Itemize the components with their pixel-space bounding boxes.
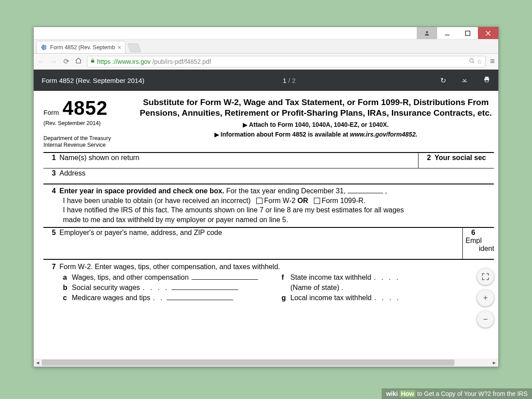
svg-rect-9 [485,77,489,78]
forward-button[interactable]: → [50,58,58,66]
rotate-icon[interactable]: ↻ [440,76,446,85]
svg-rect-5 [91,60,94,63]
reload-button[interactable]: ⟳ [62,57,70,66]
window-titlebar [34,27,498,39]
form-row-1-2: 1Name(s) shown on return 2Your social se… [43,153,494,168]
line-7b[interactable] [172,283,238,289]
form-row-7: 7Form W-2. Enter wages, tips, other comp… [43,260,494,305]
scroll-thumb[interactable] [42,360,454,366]
field-ein: 6Emplident [463,228,494,259]
scroll-left-arrow[interactable]: ◄ [34,360,42,365]
form-header-left: Form 4852 (Rev. September 2014) Departme… [43,97,130,149]
address-bar[interactable]: https://www.irs.gov/pub/irs-pdf/f4852.pd… [87,56,485,67]
download-icon[interactable] [461,76,468,85]
back-button[interactable]: ← [37,58,45,66]
field-employer: 5Employer's or payer's name, address, an… [43,228,463,259]
year-blank[interactable] [348,187,383,193]
tab-close-icon[interactable]: × [117,44,121,51]
close-button[interactable] [478,27,498,39]
svg-point-6 [470,59,473,62]
row7-right-col: fState income tax withheld. . . . (Name … [273,272,491,303]
form-title: Substitute for Form W-2, Wage and Tax St… [138,97,494,118]
form-subtitle-2: ▶ Information about Form 4852 is availab… [138,131,494,138]
form-revision: (Rev. September 2014) [43,120,130,126]
svg-rect-2 [466,31,470,35]
hamburger-menu-icon[interactable]: ≡ [490,57,495,66]
tab-title: Form 4852 (Rev. Septemb [50,44,115,51]
form-row-3: 3Address [43,168,494,184]
checkbox-1099r[interactable] [314,198,320,204]
checkbox-w2[interactable] [256,198,262,204]
browser-window: Form 4852 (Rev. Septemb × ← → ⟳ https://… [33,27,499,367]
irs-favicon [40,44,47,51]
fit-to-page-button[interactable] [477,268,494,285]
zoom-out-button[interactable]: − [477,311,494,328]
pdf-viewport[interactable]: Form 4852 (Rev. September 2014) Departme… [34,91,498,359]
lock-icon [90,58,95,65]
form-number: 4852 [63,97,108,119]
pdf-document-title: Form 4852 (Rev. September 2014) [42,77,145,84]
wikihow-watermark: wikiHow to Get a Copy of Your W?2 from t… [382,388,532,399]
bookmark-icon[interactable]: ☆ [477,58,482,65]
pdf-viewer-toolbar: Form 4852 (Rev. September 2014) 1 / 2 ↻ [34,70,498,91]
tab-strip: Form 4852 (Rev. Septemb × [34,39,498,54]
field-name-on-return: 1Name(s) shown on return [43,153,419,168]
form-header-right: Substitute for Form W-2, Wage and Tax St… [138,97,494,149]
svg-rect-8 [462,82,467,82]
svg-rect-11 [485,80,489,82]
maximize-button[interactable] [458,27,478,39]
reader-mode-icon[interactable] [469,58,475,65]
pdf-page: Form 4852 (Rev. September 2014) Departme… [34,91,498,359]
url-host: ://www.irs.gov [112,58,150,65]
page-total: 2 [292,77,296,84]
form-subtitle-1: ▶ Attach to Form 1040, 1040A, 1040-EZ, o… [138,121,494,128]
print-icon[interactable] [483,76,490,85]
home-button[interactable] [74,57,82,66]
scroll-right-arrow[interactable]: ► [490,360,498,365]
svg-line-7 [473,62,474,63]
user-button[interactable] [417,27,437,39]
browser-toolbar: ← → ⟳ https://www.irs.gov/pub/irs-pdf/f4… [34,54,498,70]
row7-left-col: aWages, tips, and other compensation bSo… [63,272,273,303]
page-indicator[interactable]: 1 / 2 [283,77,296,84]
page-current: 1 [283,77,286,84]
minimize-button[interactable] [437,27,458,39]
horizontal-scrollbar[interactable]: ◄ ► [34,359,498,367]
watermark-how: How [399,390,415,397]
line-7c[interactable] [167,294,233,300]
scroll-track[interactable] [42,359,490,367]
form-word: Form [43,109,59,116]
form-row-5-6: 5Employer's or payer's name, address, an… [43,228,494,260]
field-address: 3Address [43,168,494,184]
svg-point-0 [426,31,428,33]
url-scheme: https [97,58,110,65]
new-tab-button[interactable] [127,43,141,52]
zoom-in-button[interactable]: + [477,289,494,306]
url-path: /pub/irs-pdf/f4852.pdf [153,58,211,65]
form-department: Department of the Treasury Internal Reve… [43,135,130,149]
zoom-controls: + − [477,268,494,328]
form-row-4: 4Enter year in space provided and check … [43,184,494,228]
watermark-wiki: wiki [386,390,398,397]
watermark-text: to Get a Copy of Your W?2 from the IRS [417,390,528,397]
field-ssn: 2Your social sec [419,153,494,168]
line-7a[interactable] [192,273,258,279]
form-header: Form 4852 (Rev. September 2014) Departme… [43,97,494,153]
browser-tab[interactable]: Form 4852 (Rev. Septemb × [36,41,125,53]
